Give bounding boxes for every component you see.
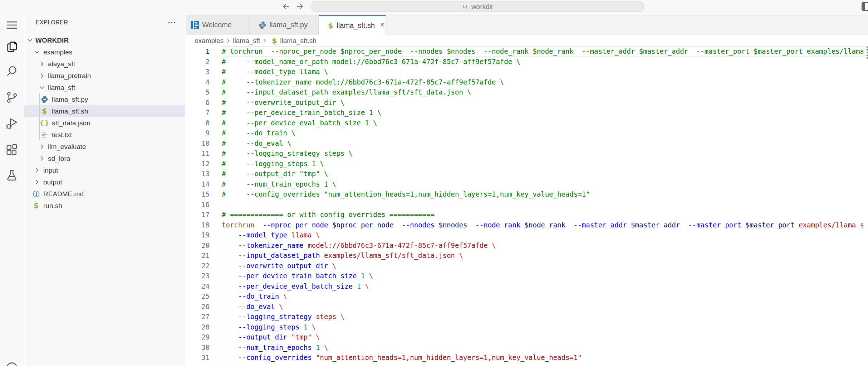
file-icon-text xyxy=(40,131,49,139)
breadcrumb-item-llama_sft.sh[interactable]: llama_sft.sh xyxy=(280,37,316,45)
shell-icon: $ xyxy=(271,37,278,45)
activitybar-testing-beaker-icon[interactable] xyxy=(5,168,19,182)
chevron-right-icon xyxy=(33,178,41,186)
code-line-11: # --logging_strategy steps \ xyxy=(222,148,863,159)
tree-item-label: output xyxy=(43,178,62,186)
tree-item-examples[interactable]: examples xyxy=(24,46,185,58)
line-number-28: 28 xyxy=(186,322,210,332)
code-line-23: --per_device_train_batch_size 1 \ xyxy=(222,271,863,281)
tree-item-label: llama_pretrain xyxy=(48,72,91,80)
line-number-1: 1 xyxy=(186,46,210,57)
line-number-24: 24 xyxy=(186,281,210,292)
chevron-down-icon xyxy=(33,48,41,56)
activitybar-source-control-icon[interactable] xyxy=(5,91,19,104)
activitybar-run-debug-icon[interactable] xyxy=(5,117,19,130)
tree-item-llama_sft.py[interactable]: llama_sft.py xyxy=(24,93,185,105)
line-number-3: 3 xyxy=(186,67,210,77)
activitybar-menu-icon[interactable] xyxy=(5,18,19,32)
more-actions-icon[interactable] xyxy=(167,18,176,27)
tree-item-label: llama_sft.sh xyxy=(52,107,88,115)
code-editor[interactable]: 1234567891011121314151617181920212223242… xyxy=(186,46,868,366)
code-line-2: # --model_name_or_path model://6bbd76c3-… xyxy=(222,57,863,67)
line-number-11: 11 xyxy=(186,148,210,159)
chevron-right-icon xyxy=(38,60,46,68)
tree-item-test.txt[interactable]: test.txt xyxy=(24,129,185,141)
go-forward-button[interactable] xyxy=(295,2,304,11)
tree-item-llama_pretrain[interactable]: llama_pretrain xyxy=(24,70,185,82)
chevron-right-icon xyxy=(38,72,46,80)
code-line-6: # --overwrite_output_dir \ xyxy=(222,97,863,108)
code-line-22: --overwrite_output_dir \ xyxy=(222,261,863,271)
line-number-25: 25 xyxy=(186,291,210,302)
code-line-7: # --per_device_train_batch_size 1 \ xyxy=(222,107,863,118)
line-number-17: 17 xyxy=(186,210,210,220)
code-line-29: --output_dir "tmp" \ xyxy=(222,332,863,342)
tree-item-label: run.sh xyxy=(43,202,62,210)
tree-item-alaya_sft[interactable]: alaya_sft xyxy=(24,58,185,70)
python-icon xyxy=(258,21,267,29)
search-icon xyxy=(462,4,469,10)
sidebar-header: EXPLORER xyxy=(24,15,185,30)
code-line-25: --do_train \ xyxy=(222,291,863,302)
go-back-button[interactable] xyxy=(282,2,290,11)
tree-item-sd_lora[interactable]: sd_lora xyxy=(24,153,185,164)
breadcrumb-separator-icon xyxy=(225,38,231,44)
line-number-10: 10 xyxy=(186,138,210,149)
tree-item-output[interactable]: output xyxy=(24,176,185,188)
toggle-sidebar-icon[interactable] xyxy=(862,2,868,11)
tree-item-WORKDIR[interactable]: WORKDIR xyxy=(24,34,185,46)
toggle-sidebar-icon-fill xyxy=(862,3,865,10)
chevron-right-icon xyxy=(38,155,46,162)
tree-item-README.md[interactable]: README.md xyxy=(24,188,185,200)
file-icon-shell: $ xyxy=(32,202,40,210)
tab-label: llama_sft.sh xyxy=(337,21,375,30)
tab-label: llama_sft.py xyxy=(270,21,308,29)
activitybar-account-icon[interactable] xyxy=(5,361,19,366)
code-line-18: torchrun --nproc_per_node $nproc_per_nod… xyxy=(222,220,863,230)
command-center-search-box[interactable]: workdir xyxy=(312,1,644,12)
code-line-19: --model_type llama \ xyxy=(222,230,863,240)
title-bar: workdir xyxy=(0,0,868,15)
code-line-30: --num_train_epochs 1 \ xyxy=(222,342,863,353)
activitybar-explorer-files-icon[interactable] xyxy=(5,40,19,53)
line-number-18: 18 xyxy=(186,220,210,230)
line-number-9: 9 xyxy=(186,128,210,138)
tab-llama_sft.py[interactable]: llama_sft.py xyxy=(250,15,319,35)
code-line-16 xyxy=(222,199,863,210)
code-line-14: # --num_train_epochs 1 \ xyxy=(222,179,863,189)
activitybar-extensions-icon[interactable] xyxy=(5,143,19,156)
close-tab-icon[interactable] xyxy=(379,22,385,30)
explorer-sidebar: EXPLORER WORKDIRexamplesalaya_sftllama_p… xyxy=(24,15,185,366)
line-number-16: 16 xyxy=(186,199,210,210)
tree-item-label: llama_sft.py xyxy=(52,95,88,103)
code-line-31: --config_overrides "num_attention_heads=… xyxy=(222,352,863,363)
line-number-31: 31 xyxy=(186,352,210,363)
tree-item-llama_sft[interactable]: llama_sft xyxy=(24,82,185,93)
line-number-23: 23 xyxy=(186,271,210,281)
code-line-15: # --config_overrides "num_attention_head… xyxy=(222,189,863,199)
book-icon xyxy=(191,21,199,29)
tree-item-label: sd_lora xyxy=(48,154,70,163)
line-number-7: 7 xyxy=(186,107,210,118)
overview-ruler-mark-tan xyxy=(867,58,868,59)
tree-item-run.sh[interactable]: $run.sh xyxy=(24,200,185,212)
line-number-6: 6 xyxy=(186,97,210,108)
line-number-26: 26 xyxy=(186,302,210,312)
code-line-26: --do_eval \ xyxy=(222,302,863,312)
code-line-8: # --per_device_eval_batch_size 1 \ xyxy=(222,118,863,128)
breadcrumb-item-llama_sft[interactable]: llama_sft xyxy=(233,37,260,45)
breadcrumb-item-examples[interactable]: examples xyxy=(195,37,224,45)
tree-item-input[interactable]: input xyxy=(24,164,185,176)
tree-item-label: input xyxy=(43,166,58,174)
tree-item-sft_data.json[interactable]: {}sft_data.json xyxy=(24,117,185,129)
code-line-27: --logging_strategy steps \ xyxy=(222,312,863,322)
tree-item-llama_sft.sh[interactable]: $llama_sft.sh xyxy=(24,105,185,117)
tree-item-llm_evaluate[interactable]: llm_evaluate xyxy=(24,141,185,153)
line-number-5: 5 xyxy=(186,87,210,97)
activitybar-search-icon[interactable] xyxy=(5,64,19,78)
code-line-10: # --do_eval \ xyxy=(222,138,863,149)
code-line-12: # --logging_steps 1 \ xyxy=(222,159,863,169)
file-icon-shell: $ xyxy=(40,107,49,115)
tab-Welcome[interactable]: Welcome xyxy=(186,15,250,35)
tab-llama_sft.sh[interactable]: $llama_sft.sh xyxy=(319,15,386,35)
